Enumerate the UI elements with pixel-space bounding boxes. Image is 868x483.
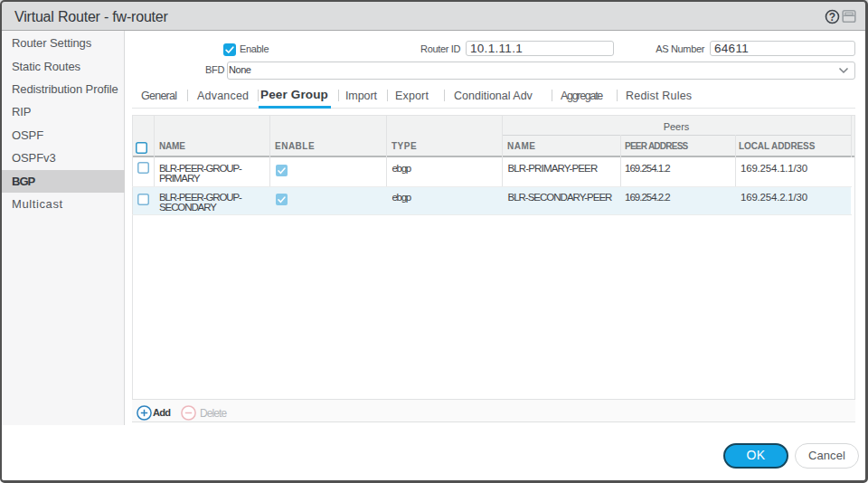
svg-text:?: ? (829, 11, 835, 24)
